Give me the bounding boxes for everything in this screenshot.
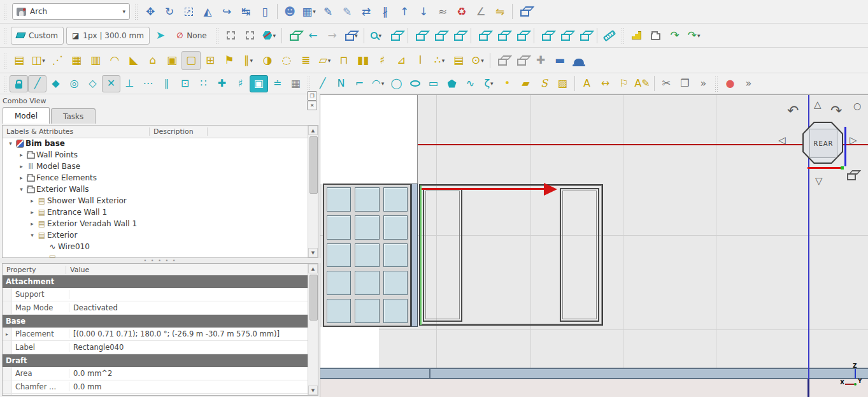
- scroll-up-icon[interactable]: ▲: [308, 126, 318, 135]
- snap-lock-icon[interactable]: [10, 75, 28, 92]
- expander-icon[interactable]: ▸: [17, 175, 25, 181]
- view-rear-icon[interactable]: [474, 26, 493, 45]
- snap-perpendicular-icon[interactable]: ⊥: [120, 75, 139, 92]
- tree-item-exterior[interactable]: ▾▤Exterior: [3, 229, 308, 241]
- door-right-sash[interactable]: [560, 188, 599, 322]
- mirror-icon[interactable]: ◭: [198, 2, 217, 21]
- view-bottom-icon[interactable]: [493, 26, 512, 45]
- tree-item-fence-elements[interactable]: ▸Fence Elements: [3, 172, 308, 184]
- line-icon[interactable]: ╱: [313, 75, 332, 92]
- arrow-up-icon[interactable]: △: [814, 100, 822, 110]
- sliding-door-object[interactable]: [419, 184, 603, 326]
- toolbar-grip[interactable]: [307, 75, 311, 92]
- mini-cube-icon[interactable]: [847, 173, 856, 180]
- trimex-icon[interactable]: ▯: [255, 2, 274, 21]
- toolbar-grip[interactable]: [715, 75, 719, 92]
- tree-item-wall-points[interactable]: ▸Wall Points: [3, 149, 308, 161]
- navcube-face-label[interactable]: REAR: [809, 129, 837, 158]
- polygon-icon[interactable]: [443, 75, 461, 92]
- subelement-edit-icon[interactable]: ✎: [338, 2, 357, 21]
- profile-icon[interactable]: Ι: [411, 51, 430, 70]
- nav-back-icon[interactable]: ←: [304, 26, 323, 45]
- snap-ortho-icon[interactable]: ✚: [213, 75, 231, 92]
- circle-icon[interactable]: ◯: [387, 75, 406, 92]
- chevron-down-icon[interactable]: ▾: [250, 57, 253, 64]
- tab-model[interactable]: Model: [3, 107, 50, 124]
- rotate-right-icon[interactable]: ↷: [830, 104, 842, 118]
- navigation-cube[interactable]: ↶ ↷ △ ○ REAR ◁ ▷ ▽: [774, 99, 868, 201]
- toolbar-grip[interactable]: [134, 3, 139, 20]
- property-value[interactable]: [(0.00 0.71 0.71); 180.0 °; (-26.9 m -30…: [69, 329, 308, 338]
- toolbar-grip[interactable]: [3, 27, 8, 44]
- polyline-icon[interactable]: N: [332, 75, 350, 92]
- snap-center-icon[interactable]: ◎: [65, 75, 83, 92]
- space-icon[interactable]: ▥: [86, 51, 105, 70]
- tree-item-exterior-walls[interactable]: ▾Exterior Walls: [3, 184, 308, 195]
- property-row-map-mode[interactable]: Map ModeDeactivated: [3, 301, 308, 315]
- nav-forward-icon[interactable]: →: [323, 26, 342, 45]
- tree-item-shower-wall-exterior[interactable]: ▸▤Shower Wall Exterior: [3, 195, 308, 206]
- stretch-icon[interactable]: ↹: [236, 2, 255, 21]
- expander-icon[interactable]: ▾: [28, 232, 36, 238]
- line-style-button[interactable]: ◪1px | 300.0 mm: [66, 27, 150, 45]
- copy-icon[interactable]: ❐: [676, 75, 694, 92]
- bim-setup-icon[interactable]: [569, 51, 588, 70]
- downgrade-icon[interactable]: ↓: [414, 2, 433, 21]
- add-point-icon[interactable]: ♻: [452, 2, 471, 21]
- pipes-icon[interactable]: ∥▾: [239, 51, 258, 70]
- label-icon[interactable]: ⚐: [615, 75, 633, 92]
- toolbar-grip[interactable]: [3, 75, 8, 92]
- snap-extension-icon[interactable]: ⋯: [139, 75, 157, 92]
- view-isometric-icon[interactable]: [537, 26, 556, 45]
- chevron-down-icon[interactable]: ▾: [273, 32, 276, 39]
- stairs-icon[interactable]: ≣: [296, 51, 315, 70]
- chevron-down-icon[interactable]: ▾: [42, 57, 45, 64]
- rebar-icon[interactable]: ⋰: [48, 51, 67, 70]
- fence-icon[interactable]: ♯: [373, 51, 392, 70]
- scroll-down-icon[interactable]: ▼: [308, 248, 318, 257]
- property-row-columns[interactable]: Columns1: [3, 394, 308, 395]
- scale-icon[interactable]: [179, 2, 198, 21]
- levels-icon[interactable]: [627, 26, 646, 45]
- flip-dimension-icon[interactable]: ⇋: [490, 2, 509, 21]
- view-dimetric-icon[interactable]: [556, 26, 575, 45]
- survey-minus-icon[interactable]: ▬: [550, 51, 569, 70]
- wire-to-bspline-icon[interactable]: ≈: [433, 2, 452, 21]
- join-icon[interactable]: ⇄: [357, 2, 376, 21]
- pipe-icon[interactable]: ⊙▾: [468, 51, 487, 70]
- project-icon[interactable]: ◠: [105, 51, 124, 70]
- hatch-icon[interactable]: ▨: [553, 75, 572, 92]
- scroll-up-icon[interactable]: ▲: [308, 264, 318, 273]
- snap-dimensions-icon[interactable]: ≐: [268, 75, 287, 92]
- offset-icon[interactable]: ↪: [217, 2, 236, 21]
- annotation-styles-icon[interactable]: A✎: [633, 75, 651, 92]
- expander-icon[interactable]: ▸: [28, 220, 36, 227]
- scrollbar-thumb[interactable]: [309, 136, 318, 194]
- schedule-icon[interactable]: ▤: [449, 51, 468, 70]
- expander-icon[interactable]: ▸: [28, 209, 36, 215]
- view-top-icon[interactable]: [430, 26, 449, 45]
- frame-icon[interactable]: ⊓: [334, 51, 353, 70]
- expander-icon[interactable]: ▾: [6, 140, 15, 147]
- import-icon[interactable]: ↷: [665, 26, 685, 45]
- bspline-icon[interactable]: ∿: [461, 75, 480, 92]
- toggle-grid-icon[interactable]: ▦: [287, 75, 305, 92]
- fit-all-icon[interactable]: [386, 26, 405, 45]
- snap-near-icon[interactable]: ∷: [194, 75, 213, 92]
- working-plane-view-icon[interactable]: [515, 2, 534, 21]
- property-scrollbar[interactable]: ▲ ▼: [308, 264, 318, 395]
- truss-icon[interactable]: ⊿: [392, 51, 411, 70]
- point-icon[interactable]: •: [498, 75, 516, 92]
- clone-icon[interactable]: ☻: [280, 2, 299, 21]
- tree-item-entrance-wall-1[interactable]: ▸▤Entrance Wall 1: [3, 206, 308, 218]
- expander-icon[interactable]: ▸: [28, 198, 36, 204]
- autogroup-button[interactable]: ∅None: [171, 27, 212, 44]
- window-object[interactable]: [323, 184, 411, 327]
- float-panel-icon[interactable]: ❐: [307, 91, 317, 101]
- property-row-support[interactable]: Support: [3, 288, 308, 301]
- panel-icon[interactable]: ▱▾: [315, 51, 334, 70]
- scrollbar-thumb[interactable]: [309, 275, 318, 321]
- toolbar-grip[interactable]: [621, 27, 625, 44]
- arrow-left-icon[interactable]: ◁: [778, 136, 786, 145]
- property-row-chamfer-[interactable]: Chamfer ...0.0 mm: [3, 380, 308, 394]
